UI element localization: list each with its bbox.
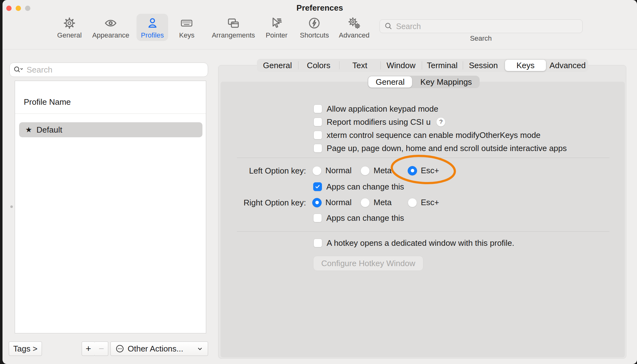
radio-label[interactable]: Normal	[325, 166, 352, 175]
configure-hotkey-window-button[interactable]: Configure Hotkey Window	[313, 256, 423, 271]
toolbar-label: Arrangements	[212, 31, 255, 39]
ellipsis-circle-icon	[115, 344, 125, 353]
checkbox-row-hotkey-window[interactable]: A hotkey opens a dedicated window with t…	[313, 238, 514, 248]
tab-general[interactable]: General	[257, 59, 298, 72]
radio-left-option-esc[interactable]: Esc+	[408, 166, 439, 175]
subtab-key-mappings[interactable]: Key Mappings	[413, 76, 480, 88]
checkbox-row-modify-other-keys[interactable]: xterm control sequence can enable modify…	[313, 130, 541, 140]
checkbox-label[interactable]: Report modifiers using CSI u	[327, 117, 431, 127]
checkbox-label[interactable]: Allow application keypad mode	[327, 104, 438, 114]
radio-label[interactable]: Esc+	[421, 198, 439, 207]
search-menu-icon	[13, 66, 24, 74]
radio-left-option-meta[interactable]: Meta	[360, 166, 392, 175]
radio-label[interactable]: Meta	[374, 198, 392, 207]
profile-name: Default	[37, 125, 62, 135]
toolbar-item-appearance[interactable]: Appearance	[88, 14, 134, 41]
radio-unselected[interactable]	[360, 198, 370, 207]
radio-selected[interactable]	[312, 198, 322, 207]
remove-profile-button[interactable]: −	[95, 341, 108, 356]
tab-text[interactable]: Text	[339, 59, 380, 72]
other-actions-label: Other Actions...	[128, 344, 193, 354]
checkbox-label[interactable]: Apps can change this	[326, 213, 404, 223]
checkbox-checked[interactable]	[313, 182, 322, 191]
checkbox-unchecked[interactable]	[313, 144, 322, 153]
checkbox-unchecked[interactable]	[313, 239, 322, 247]
toolbar-search-input[interactable]	[396, 22, 578, 31]
profile-list: Profile Name ★ Default	[15, 81, 206, 333]
toolbar-item-arrangements[interactable]: Arrangements	[207, 14, 259, 41]
bolt-circle-icon	[308, 16, 321, 30]
preferences-window: Preferences General Appearance	[3, 0, 637, 364]
toolbar-search-field[interactable]	[380, 19, 583, 33]
splitter-handle[interactable]	[10, 205, 13, 208]
profile-search-field[interactable]	[9, 63, 208, 77]
toolbar-label: Keys	[179, 31, 195, 39]
eye-icon	[104, 16, 118, 30]
radio-label[interactable]: Esc+	[421, 166, 439, 175]
tab-keys[interactable]: Keys	[505, 60, 546, 71]
radio-label[interactable]: Normal	[325, 198, 352, 207]
radio-right-option-esc[interactable]: Esc+	[408, 198, 439, 207]
check-icon	[315, 184, 320, 190]
radio-left-option-normal[interactable]: Normal	[312, 166, 352, 175]
checkbox-label[interactable]: Apps can change this	[326, 182, 404, 192]
checkbox-row-keypad-mode[interactable]: Allow application keypad mode	[313, 104, 438, 114]
tab-session[interactable]: Session	[463, 59, 504, 72]
search-icon	[384, 22, 393, 31]
toolbar-label: Pointer	[266, 31, 288, 39]
toolbar-search-label: Search	[470, 34, 492, 43]
star-icon: ★	[25, 125, 32, 134]
checkbox-row-scroll-outside-apps[interactable]: Page up, page down, home and end scroll …	[313, 144, 567, 153]
checkbox-row-left-apps-can-change[interactable]: Apps can change this	[313, 182, 404, 191]
add-profile-button[interactable]: +	[82, 341, 95, 356]
toolbar-label: Profiles	[141, 31, 164, 39]
toolbar-item-pointer[interactable]: Pointer	[261, 14, 292, 41]
help-button[interactable]: ?	[436, 117, 446, 127]
radio-unselected[interactable]	[312, 166, 322, 175]
toolbar-label: Appearance	[92, 31, 130, 39]
profile-list-header: Profile Name	[24, 97, 71, 107]
radio-selected[interactable]	[408, 166, 417, 175]
cursor-icon	[270, 16, 283, 30]
toolbar-item-shortcuts[interactable]: Shortcuts	[296, 14, 334, 41]
tab-window[interactable]: Window	[380, 59, 422, 72]
tags-button[interactable]: Tags >	[9, 341, 42, 356]
header-divider	[15, 114, 206, 114]
keyboard-icon	[180, 16, 194, 30]
checkbox-label[interactable]: A hotkey opens a dedicated window with t…	[327, 238, 514, 248]
right-option-key-label: Right Option key:	[218, 198, 306, 208]
subtab-general[interactable]: General	[368, 76, 412, 88]
checkbox-row-right-apps-can-change[interactable]: Apps can change this	[313, 213, 404, 223]
toolbar-divider	[3, 49, 637, 49]
windows-icon	[227, 16, 240, 30]
checkbox-row-csi-u[interactable]: Report modifiers using CSI u ?	[313, 117, 446, 127]
checkbox-label[interactable]: xterm control sequence can enable modify…	[327, 130, 541, 140]
toolbar-item-general[interactable]: General	[53, 14, 86, 41]
checkbox-unchecked[interactable]	[313, 104, 322, 113]
radio-right-option-meta[interactable]: Meta	[360, 198, 392, 207]
tab-terminal[interactable]: Terminal	[422, 59, 463, 72]
checkbox-unchecked[interactable]	[313, 131, 322, 139]
checkbox-unchecked[interactable]	[313, 118, 322, 126]
profile-row-default[interactable]: ★ Default	[19, 122, 202, 137]
radio-label[interactable]: Meta	[374, 166, 392, 175]
other-actions-popup[interactable]: Other Actions...	[110, 341, 208, 356]
chevron-down-icon	[196, 345, 203, 352]
tab-advanced[interactable]: Advanced	[547, 59, 588, 72]
radio-right-option-normal[interactable]: Normal	[312, 198, 352, 207]
gears-icon	[347, 16, 361, 30]
left-option-key-label: Left Option key:	[218, 166, 306, 176]
checkbox-label[interactable]: Page up, page down, home and end scroll …	[327, 144, 567, 153]
radio-unselected[interactable]	[360, 166, 370, 175]
toolbar-item-profiles[interactable]: Profiles	[136, 14, 168, 41]
checkbox-unchecked[interactable]	[313, 214, 322, 222]
radio-unselected[interactable]	[408, 198, 417, 207]
tab-colors[interactable]: Colors	[298, 59, 339, 72]
profile-search-input[interactable]	[27, 65, 204, 75]
toolbar-item-keys[interactable]: Keys	[175, 14, 199, 41]
keys-subtab-bar: General Key Mappings	[368, 76, 480, 88]
section-divider	[237, 231, 609, 232]
profile-tab-bar: General Colors Text Window Terminal Sess…	[257, 59, 588, 72]
gear-icon	[63, 16, 76, 30]
toolbar-item-advanced[interactable]: Advanced	[334, 14, 374, 41]
